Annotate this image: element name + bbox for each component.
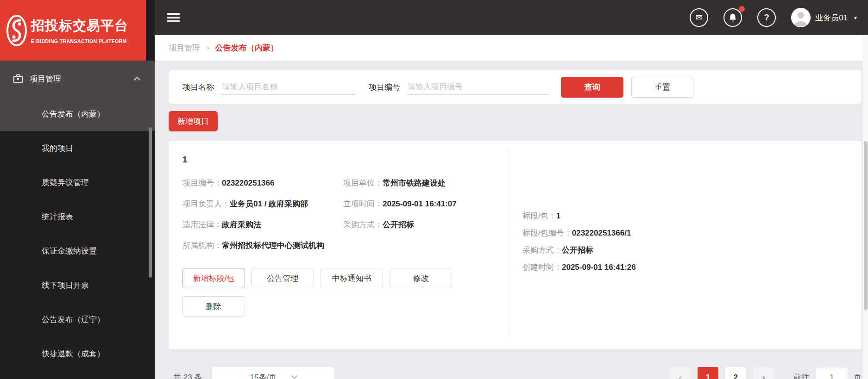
page-size-select[interactable]: 15条/页 — [212, 367, 334, 379]
section-details: 标段/包：1 标段/包编号：023220251366/1 采购方式：公开招标 创… — [522, 211, 636, 279]
project-name-label: 项目名称 — [182, 82, 214, 93]
sidebar-item-label: 公告发布（辽宁） — [42, 314, 105, 325]
notification-bell-icon[interactable] — [723, 8, 742, 27]
chevron-up-icon — [133, 76, 141, 81]
add-section-button[interactable]: 新增标段/包 — [182, 268, 245, 288]
sidebar-item-offline-invoicing[interactable]: 线下项目开票 — [0, 268, 155, 302]
page-2-button[interactable]: 2 — [725, 367, 746, 379]
page-scrollbar[interactable] — [862, 35, 868, 379]
project-setup-time-field: 立项时间：2025-09-01 16:41:07 — [343, 199, 507, 210]
main-area: ✉ ? — [155, 0, 868, 379]
applicable-law-field: 适用法律：政府采购法 — [182, 219, 343, 230]
breadcrumb-separator-icon: > — [206, 44, 210, 52]
sidebar-item-project-management[interactable]: 项目管理 — [0, 61, 155, 97]
sidebar-item-label: 公告发布（内蒙） — [42, 109, 105, 119]
user-menu[interactable]: 业务员01 ▼ — [791, 8, 858, 27]
sidebar-item-label: 质疑异议管理 — [42, 177, 89, 188]
page-scrollbar-thumb[interactable] — [864, 141, 868, 310]
sidebar-item-deposit-settings[interactable]: 保证金缴纳设置 — [0, 234, 155, 268]
sidebar-parent-label: 项目管理 — [30, 74, 133, 84]
project-details: 项目编号：023220251366 项目单位：常州市铁路建设处 项目负责人：业务… — [182, 178, 507, 251]
project-leader-field: 项目负责人：业务员01 / 政府采购部 — [182, 199, 343, 210]
section-number-field: 标段/包：1 — [522, 211, 636, 222]
sidebar-item-my-projects[interactable]: 我的项目 — [0, 131, 155, 165]
brand-logo: 招投标交易平台 E-BIDDING TRANSACTION PLATFORM — [0, 0, 146, 61]
project-index: 1 — [182, 155, 848, 165]
chevron-down-icon — [291, 373, 297, 379]
goto-page-input[interactable] — [816, 367, 848, 379]
briefcase-icon — [13, 74, 23, 83]
sidebar-menu: 项目管理 公告发布（内蒙） 我的项目 质疑异议管理 统计报表 保证金缴纳设置 — [0, 61, 155, 371]
sidebar-item-quick-refund[interactable]: 快捷退款（成套） — [0, 336, 155, 371]
content-area: 项目名称 项目编号 查询 重置 新增项目 1 项目编号：023220251366… — [155, 61, 868, 379]
project-code-label: 项目编号 — [369, 82, 400, 93]
sidebar-item-announcement-liaoning[interactable]: 公告发布（辽宁） — [0, 302, 155, 336]
sidebar-item-label: 保证金缴纳设置 — [42, 246, 97, 256]
breadcrumb-parent[interactable]: 项目管理 — [169, 43, 200, 53]
sidebar-item-label: 快捷退款（成套） — [42, 348, 105, 359]
goto-unit-label: 页 — [854, 367, 862, 379]
pagination-bar: 共 23 条 15条/页 ‹ 1 2 › 前往 页 — [169, 367, 862, 379]
breadcrumb-current: 公告发布（内蒙） — [215, 43, 278, 53]
username: 业务员01 — [815, 12, 848, 23]
project-name-input[interactable] — [221, 80, 355, 95]
section-code-field: 标段/包编号：023220251366/1 — [522, 228, 636, 239]
top-bar: ✉ ? — [155, 0, 868, 35]
procurement-method-field: 采购方式：公开招标 — [343, 219, 507, 230]
sidebar-scrollbar[interactable] — [149, 127, 152, 278]
award-notice-button[interactable]: 中标通知书 — [321, 268, 383, 288]
section-divider — [509, 149, 509, 336]
project-actions-row-1: 新增标段/包 公告管理 中标通知书 修改 — [182, 268, 848, 288]
notification-badge — [739, 6, 745, 12]
user-menu-caret-icon: ▼ — [853, 15, 858, 20]
page-size-value: 15条/页 — [250, 372, 277, 379]
sidebar-item-label: 统计报表 — [42, 211, 73, 222]
app-window: 招投标交易平台 E-BIDDING TRANSACTION PLATFORM 项… — [0, 0, 868, 379]
sidebar-item-announcement-neimeng[interactable]: 公告发布（内蒙） — [0, 97, 155, 131]
prev-page-button[interactable]: ‹ — [670, 367, 691, 379]
project-row: 1 项目编号：023220251366 项目单位：常州市铁路建设处 项目负责人：… — [169, 141, 862, 349]
sidebar: 招投标交易平台 E-BIDDING TRANSACTION PLATFORM 项… — [0, 0, 155, 379]
project-code-field: 项目编号：023220251366 — [182, 178, 343, 189]
help-icon[interactable]: ? — [757, 8, 776, 27]
goto-label: 前往 — [793, 367, 809, 379]
brand-logo-icon — [6, 14, 27, 47]
breadcrumb: 项目管理 > 公告发布（内蒙） — [155, 35, 868, 61]
project-actions-row-2: 删除 — [182, 296, 848, 317]
page-1-button[interactable]: 1 — [698, 367, 718, 379]
organization-field: 所属机构：常州招投标代理中心测试机构 — [182, 240, 507, 251]
filter-bar: 项目名称 项目编号 查询 重置 — [169, 70, 862, 104]
delete-button[interactable]: 删除 — [182, 296, 245, 317]
sidebar-item-label: 我的项目 — [42, 143, 73, 154]
add-project-button[interactable]: 新增项目 — [169, 111, 218, 131]
project-unit-field: 项目单位：常州市铁路建设处 — [343, 178, 507, 189]
section-method-field: 采购方式：公开招标 — [522, 245, 636, 256]
sidebar-item-statistics-report[interactable]: 统计报表 — [0, 199, 155, 234]
sidebar-item-objection-management[interactable]: 质疑异议管理 — [0, 165, 155, 199]
reset-button[interactable]: 重置 — [631, 77, 693, 98]
brand-title: 招投标交易平台 — [31, 17, 128, 35]
brand-subtitle: E-BIDDING TRANSACTION PLATFORM — [31, 38, 128, 44]
avatar — [791, 8, 811, 27]
section-created-field: 创建时间：2025-09-01 16:41:26 — [522, 262, 636, 273]
project-code-input[interactable] — [407, 80, 549, 95]
next-page-button[interactable]: › — [753, 367, 774, 379]
message-icon[interactable]: ✉ — [690, 8, 708, 27]
announcement-management-button[interactable]: 公告管理 — [252, 268, 314, 288]
menu-toggle-icon[interactable] — [167, 11, 180, 24]
total-count: 共 23 条 — [173, 367, 202, 379]
edit-button[interactable]: 修改 — [390, 268, 452, 288]
sidebar-item-label: 线下项目开票 — [42, 280, 89, 291]
search-button[interactable]: 查询 — [561, 77, 623, 98]
